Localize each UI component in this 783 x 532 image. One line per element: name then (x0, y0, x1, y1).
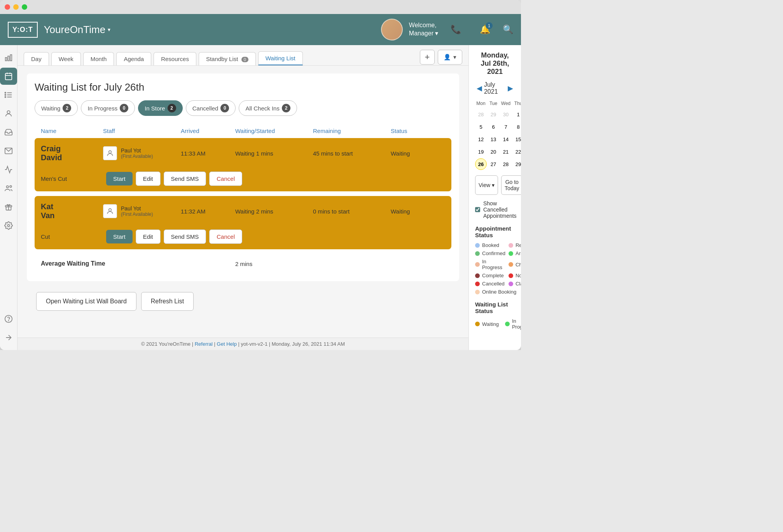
cal-day-8[interactable]: 8 (512, 121, 521, 133)
appt-2-cancel-button[interactable]: Cancel (209, 229, 242, 244)
cal-day-7[interactable]: 7 (500, 121, 512, 133)
refresh-list-button[interactable]: Refresh List (141, 292, 194, 311)
app-title-text: YoureOnTime (44, 24, 106, 36)
appt-1-cancel-button[interactable]: Cancel (209, 172, 242, 186)
svg-rect-1 (8, 56, 9, 61)
avatar[interactable] (381, 19, 403, 40)
open-wallboard-button[interactable]: Open Waiting List Wall Board (36, 292, 136, 311)
cal-day-13[interactable]: 13 (488, 133, 499, 145)
cal-day-21[interactable]: 21 (500, 146, 512, 158)
appt-2-staff-avail: (First Available) (121, 212, 153, 217)
cal-day-19[interactable]: 19 (475, 146, 487, 158)
sidebar-icon-calendar[interactable] (0, 68, 17, 85)
welcome-label: Welcome, (409, 21, 438, 30)
cal-day-28-jun[interactable]: 28 (475, 108, 487, 120)
person-button[interactable]: 👤 ▾ (438, 50, 462, 65)
cal-day-6[interactable]: 6 (488, 121, 499, 133)
cal-day-12[interactable]: 12 (475, 133, 487, 145)
footer-text: © 2021 You'reOnTime | (141, 341, 195, 347)
filter-cancelled[interactable]: Cancelled 0 (186, 100, 236, 116)
sidebar-icon-inbox[interactable] (0, 124, 17, 141)
cal-day-26-today[interactable]: 26 (475, 158, 487, 170)
appt-2-edit-button[interactable]: Edit (136, 229, 161, 244)
filter-all-checkins-label: All Check Ins (245, 105, 280, 112)
cal-nav: ◀ July 2021 ▶ (475, 81, 515, 95)
cal-day-20[interactable]: 20 (488, 146, 499, 158)
sidebar-icon-mail[interactable] (0, 142, 17, 159)
cal-next-button[interactable]: ▶ (506, 83, 515, 94)
show-cancelled-checkbox[interactable] (475, 206, 480, 213)
footer-referral-link[interactable]: Referral (195, 341, 213, 347)
tab-standby-list[interactable]: Standby List 0 (199, 52, 256, 65)
confirmed-dot (475, 251, 480, 256)
filter-in-progress[interactable]: In Progress 0 (81, 100, 135, 116)
app-name-caret[interactable]: ▾ (108, 26, 110, 33)
view-button[interactable]: View ▾ (475, 175, 498, 195)
filter-all-checkins[interactable]: All Check Ins 2 (239, 100, 297, 116)
legend-no-show: No Show (509, 273, 521, 278)
bottom-actions: Open Waiting List Wall Board Refresh Lis… (27, 286, 459, 317)
svg-point-16 (10, 186, 12, 187)
appt-1-sms-button[interactable]: Send SMS (164, 172, 206, 186)
minimize-dot[interactable] (13, 4, 19, 10)
appt-2-actions: Cut Start Edit Send SMS Cancel (35, 226, 451, 249)
sidebar-icon-help[interactable] (0, 310, 17, 327)
cal-prev-button[interactable]: ◀ (475, 83, 484, 94)
sidebar-icon-group[interactable] (0, 180, 17, 197)
cal-day-27[interactable]: 27 (488, 158, 499, 170)
cal-day-1[interactable]: 1 (512, 108, 521, 120)
sidebar-icon-person[interactable] (0, 105, 17, 122)
cal-day-30-jun[interactable]: 30 (500, 108, 512, 120)
appt-2-start-button[interactable]: Start (106, 230, 133, 243)
no-show-dot (509, 273, 513, 278)
panel-date: Monday, Jul 26th, 2021 (475, 51, 515, 76)
cal-day-15[interactable]: 15 (512, 133, 521, 145)
sidebar-icon-analytics[interactable] (0, 161, 17, 178)
col-waiting: Waiting/Started (235, 128, 313, 134)
filter-in-store[interactable]: In Store 2 (138, 100, 183, 116)
phone-icon[interactable]: 📞 (451, 24, 461, 35)
main-layout: Day Week Month Agenda Resources Standby … (0, 45, 521, 350)
filter-in-progress-badge: 0 (120, 104, 128, 112)
cancelled-label: Cancelled (482, 281, 505, 287)
tab-month[interactable]: Month (83, 52, 114, 65)
tab-waiting-list[interactable]: Waiting List (258, 51, 303, 65)
show-cancelled-row: Show Cancelled Appointments (475, 200, 515, 219)
sidebar-icon-list[interactable] (0, 86, 17, 103)
notification-wrapper[interactable]: 🔔 1 (474, 24, 490, 35)
sidebar-icon-arrow[interactable] (0, 329, 17, 346)
wl-waiting-item: Waiting (475, 318, 499, 330)
cal-day-29-jun[interactable]: 29 (488, 108, 499, 120)
appt-1-staff-name: Paul Yot (121, 147, 153, 154)
tab-resources[interactable]: Resources (154, 52, 196, 65)
appt-1-staff-avatar (103, 146, 117, 160)
cal-day-29[interactable]: 29 (512, 158, 521, 170)
cal-day-22[interactable]: 22 (512, 146, 521, 158)
tab-week[interactable]: Week (51, 52, 81, 65)
cal-day-5[interactable]: 5 (475, 121, 487, 133)
appt-1-status: Waiting (391, 150, 445, 157)
sidebar-icon-settings[interactable] (0, 217, 17, 234)
cal-day-28[interactable]: 28 (500, 158, 512, 170)
goto-today-button[interactable]: Go to Today (501, 175, 521, 195)
search-icon[interactable]: 🔍 (503, 24, 513, 35)
appt-2-sms-button[interactable]: Send SMS (164, 229, 206, 244)
svg-rect-3 (5, 74, 12, 80)
footer-help-link[interactable]: Get Help (217, 341, 237, 347)
in-progress-label: In Progress (482, 259, 505, 270)
manager-label[interactable]: Manager ▾ (409, 30, 438, 38)
appt-1-edit-button[interactable]: Edit (136, 172, 161, 186)
sidebar-icon-chart[interactable] (0, 49, 17, 66)
tab-day[interactable]: Day (24, 52, 49, 65)
filter-waiting[interactable]: Waiting 2 (35, 100, 78, 116)
filter-cancelled-badge: 0 (220, 104, 229, 112)
svg-point-10 (5, 92, 6, 93)
filter-in-progress-label: In Progress (87, 105, 117, 112)
tab-agenda[interactable]: Agenda (116, 52, 151, 65)
close-dot[interactable] (5, 4, 10, 10)
maximize-dot[interactable] (22, 4, 27, 10)
add-button[interactable]: + (420, 50, 435, 65)
cal-day-14[interactable]: 14 (500, 133, 512, 145)
sidebar-icon-gift[interactable] (0, 198, 17, 215)
appt-1-start-button[interactable]: Start (106, 172, 133, 186)
